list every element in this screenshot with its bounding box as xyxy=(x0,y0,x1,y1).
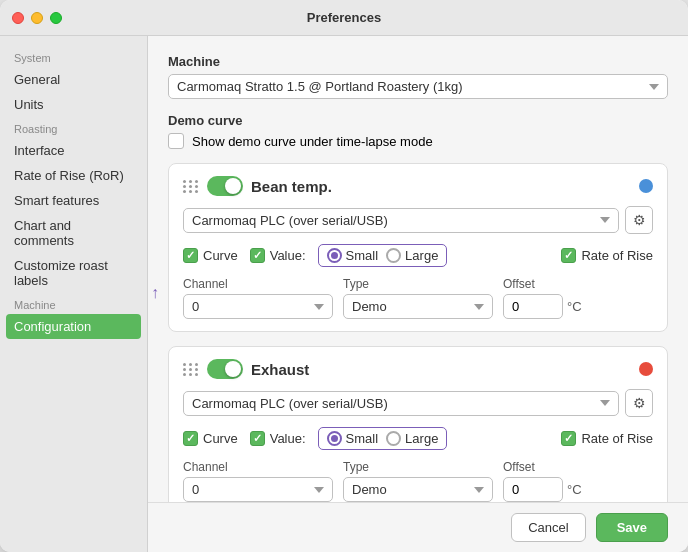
sensor2-size-radio-group: Small Large xyxy=(318,427,448,450)
sensor1-toggle-knob xyxy=(225,178,241,194)
drag-handle-sensor1[interactable] xyxy=(183,180,199,193)
cancel-button[interactable]: Cancel xyxy=(511,513,585,542)
minimize-button[interactable] xyxy=(31,12,43,24)
sidebar-section-system: System xyxy=(0,46,147,67)
sensor1-value-checkbox[interactable] xyxy=(250,248,265,263)
sensor1-size-large[interactable]: Large xyxy=(386,248,438,263)
sensor2-value-label: Value: xyxy=(270,431,306,446)
sensor1-type-select[interactable]: Demo xyxy=(343,294,493,319)
footer: Cancel Save xyxy=(148,502,688,552)
sensor1-large-radio[interactable] xyxy=(386,248,401,263)
sensor1-offset-input[interactable] xyxy=(503,294,563,319)
sensor2-toggle[interactable] xyxy=(207,359,243,379)
sensor2-header: Exhaust xyxy=(183,359,653,379)
demo-curve-section: Demo curve Show demo curve under time-la… xyxy=(168,113,668,149)
machine-select[interactable]: Carmomaq Stratto 1.5 @ Portland Roastery… xyxy=(168,74,668,99)
maximize-button[interactable] xyxy=(50,12,62,24)
sensor2-size-large[interactable]: Large xyxy=(386,431,438,446)
sensor1-value-check[interactable]: Value: xyxy=(250,248,306,263)
sensor2-value-checkbox[interactable] xyxy=(250,431,265,446)
sensor2-small-radio[interactable] xyxy=(327,431,342,446)
sensor1-size-radio-group: Small Large xyxy=(318,244,448,267)
sensor2-channel-select[interactable]: 0 xyxy=(183,477,333,502)
sensor1-curve-checkbox[interactable] xyxy=(183,248,198,263)
sensor2-large-radio[interactable] xyxy=(386,431,401,446)
sensor2-value-check[interactable]: Value: xyxy=(250,431,306,446)
sensor2-channel-field: Channel 0 xyxy=(183,460,333,502)
sensor1-small-radio[interactable] xyxy=(327,248,342,263)
sensor2-large-label: Large xyxy=(405,431,438,446)
sensor2-small-label: Small xyxy=(346,431,379,446)
demo-curve-text: Show demo curve under time-lapse mode xyxy=(192,134,433,149)
titlebar: Preferences xyxy=(0,0,688,36)
sensor1-type-field: Type Demo xyxy=(343,277,493,319)
sensor2-ror-checkbox[interactable] xyxy=(561,431,576,446)
sensor1-header: Bean temp. xyxy=(183,176,653,196)
main-panel: Machine Carmomaq Stratto 1.5 @ Portland … xyxy=(148,36,688,552)
machine-select-row: Carmomaq Stratto 1.5 @ Portland Roastery… xyxy=(168,74,668,99)
machine-section: Machine Carmomaq Stratto 1.5 @ Portland … xyxy=(168,54,668,99)
sensor2-size-small[interactable]: Small xyxy=(327,431,379,446)
sensor2-type-field: Type Demo xyxy=(343,460,493,502)
sensor1-ror-label: Rate of Rise xyxy=(581,248,653,263)
sensor2-type-label: Type xyxy=(343,460,493,474)
sensor1-color-dot[interactable] xyxy=(639,179,653,193)
sensor2-offset-field: Offset °C xyxy=(503,460,653,502)
sensor-bean-temp: ↑ Bean temp. xyxy=(168,163,668,332)
sensor1-gear-button[interactable]: ⚙ xyxy=(625,206,653,234)
sidebar-section-roasting: Roasting xyxy=(0,117,147,138)
sensor2-curve-checkbox[interactable] xyxy=(183,431,198,446)
sensor2-channel-label: Channel xyxy=(183,460,333,474)
sidebar-item-smart-features[interactable]: Smart features xyxy=(0,188,147,213)
sidebar-item-units[interactable]: Units xyxy=(0,92,147,117)
sensor1-channel-field: Channel 0 xyxy=(183,277,333,319)
close-button[interactable] xyxy=(12,12,24,24)
arrow-up-indicator: ↑ xyxy=(151,284,159,302)
sensor1-ror-checkbox[interactable] xyxy=(561,248,576,263)
sensor1-type-label: Type xyxy=(343,277,493,291)
sensor2-type-select[interactable]: Demo xyxy=(343,477,493,502)
sensor1-ror-check[interactable]: Rate of Rise xyxy=(561,248,653,263)
sensor2-title: Exhaust xyxy=(251,361,309,378)
demo-curve-label: Demo curve xyxy=(168,113,668,128)
sidebar-item-interface[interactable]: Interface xyxy=(0,138,147,163)
main-content-area: Machine Carmomaq Stratto 1.5 @ Portland … xyxy=(148,36,688,502)
sensor2-device-row: Carmomaq PLC (over serial/USB) ⚙ xyxy=(183,389,653,417)
main-layout: System General Units Roasting Interface … xyxy=(0,36,688,552)
sensor1-options-row: Curve Value: Small xyxy=(183,244,653,267)
sensor2-gear-button[interactable]: ⚙ xyxy=(625,389,653,417)
sensor2-ror-check[interactable]: Rate of Rise xyxy=(561,431,653,446)
sensor2-ror-label: Rate of Rise xyxy=(581,431,653,446)
sensor1-size-small[interactable]: Small xyxy=(327,248,379,263)
sensor2-offset-label: Offset xyxy=(503,460,653,474)
sensor-exhaust: Exhaust Carmomaq PLC (over serial/USB) ⚙ xyxy=(168,346,668,502)
sensor1-device-row: Carmomaq PLC (over serial/USB) ⚙ xyxy=(183,206,653,234)
sensor2-curve-check[interactable]: Curve xyxy=(183,431,238,446)
preferences-window: Preferences System General Units Roastin… xyxy=(0,0,688,552)
sensor1-value-label: Value: xyxy=(270,248,306,263)
sidebar-section-machine: Machine xyxy=(0,293,147,314)
sensor2-toggle-knob xyxy=(225,361,241,377)
sidebar-item-customize-labels[interactable]: Customize roast labels xyxy=(0,253,147,293)
sensor1-offset-unit: °C xyxy=(567,299,582,314)
drag-handle-sensor2[interactable] xyxy=(183,363,199,376)
sensor1-curve-check[interactable]: Curve xyxy=(183,248,238,263)
sensor2-color-dot[interactable] xyxy=(639,362,653,376)
save-button[interactable]: Save xyxy=(596,513,668,542)
sensor1-title: Bean temp. xyxy=(251,178,332,195)
sensor1-large-label: Large xyxy=(405,248,438,263)
sensor1-channel-select[interactable]: 0 xyxy=(183,294,333,319)
sensor1-offset-field: Offset °C xyxy=(503,277,653,319)
sensor2-device-select[interactable]: Carmomaq PLC (over serial/USB) xyxy=(183,391,619,416)
sidebar-item-general[interactable]: General xyxy=(0,67,147,92)
sensor1-offset-label: Offset xyxy=(503,277,653,291)
sidebar-item-chart-comments[interactable]: Chart and comments xyxy=(0,213,147,253)
sensor2-offset-input[interactable] xyxy=(503,477,563,502)
sidebar-item-configuration[interactable]: Configuration xyxy=(6,314,141,339)
sensor1-toggle[interactable] xyxy=(207,176,243,196)
demo-curve-checkbox[interactable] xyxy=(168,133,184,149)
sidebar-item-ror[interactable]: Rate of Rise (RoR) xyxy=(0,163,147,188)
sensor2-channel-row: Channel 0 Type Demo Offset xyxy=(183,460,653,502)
sensor1-device-select[interactable]: Carmomaq PLC (over serial/USB) xyxy=(183,208,619,233)
window-title: Preferences xyxy=(307,10,381,25)
